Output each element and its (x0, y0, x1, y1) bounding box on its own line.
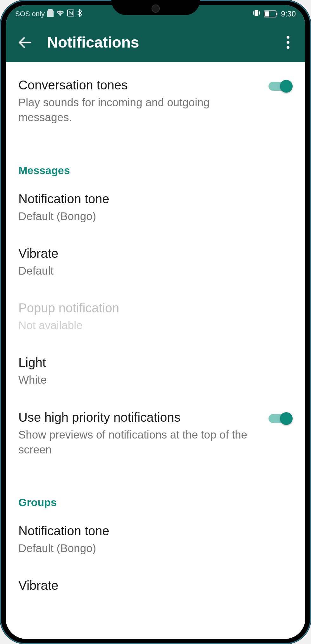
sim-icon (47, 9, 54, 19)
high-priority-item[interactable]: Use high priority notifications Show pre… (6, 398, 305, 467)
status-right: 9:30 (252, 9, 296, 19)
groups-vibrate-title: Vibrate (18, 578, 293, 593)
back-button[interactable] (15, 33, 34, 52)
conversation-tones-toggle[interactable] (269, 80, 293, 93)
back-arrow-icon (18, 36, 32, 49)
status-time: 9:30 (281, 10, 296, 18)
messages-section-header: Messages (6, 154, 305, 182)
phone-frame: SOS only (0, 0, 311, 644)
more-vert-icon (287, 36, 289, 49)
conversation-tones-title: Conversation tones (18, 78, 262, 92)
messages-vibrate-value: Default (18, 263, 293, 278)
high-priority-title: Use high priority notifications (18, 410, 262, 425)
groups-notification-tone-title: Notification tone (18, 524, 293, 538)
messages-vibrate-item[interactable]: Vibrate Default (6, 234, 305, 288)
phone-notch (111, 0, 200, 15)
page-title: Notifications (47, 34, 280, 51)
svg-rect-6 (265, 11, 269, 16)
battery-icon (264, 10, 278, 17)
vibrate-mode-icon (252, 9, 261, 19)
phone-screen: SOS only (6, 5, 305, 639)
bluetooth-icon (77, 9, 82, 19)
status-left: SOS only (15, 9, 82, 19)
messages-notification-tone-item[interactable]: Notification tone Default (Bongo) (6, 182, 305, 234)
messages-light-title: Light (18, 355, 293, 370)
wifi-icon (56, 10, 64, 18)
messages-light-item[interactable]: Light White (6, 343, 305, 397)
nfc-icon (67, 9, 75, 19)
messages-light-value: White (18, 372, 293, 387)
conversation-tones-subtitle: Play sounds for incoming and outgoing me… (18, 95, 262, 125)
messages-notification-tone-title: Notification tone (18, 192, 293, 206)
conversation-tones-item[interactable]: Conversation tones Play sounds for incom… (6, 62, 305, 135)
groups-vibrate-item[interactable]: Vibrate (6, 566, 305, 605)
settings-content[interactable]: Conversation tones Play sounds for incom… (6, 62, 305, 639)
messages-popup-item: Popup notification Not available (6, 288, 305, 343)
messages-vibrate-title: Vibrate (18, 246, 293, 261)
app-bar: Notifications (6, 23, 305, 62)
status-network-text: SOS only (15, 10, 45, 18)
messages-popup-value: Not available (18, 318, 293, 333)
groups-section-header: Groups (6, 486, 305, 514)
groups-notification-tone-value: Default (Bongo) (18, 541, 293, 556)
groups-notification-tone-item[interactable]: Notification tone Default (Bongo) (6, 514, 305, 566)
high-priority-subtitle: Show previews of notifications at the to… (18, 427, 262, 457)
messages-popup-title: Popup notification (18, 301, 293, 315)
messages-notification-tone-value: Default (Bongo) (18, 209, 293, 224)
svg-rect-1 (255, 10, 258, 16)
svg-rect-5 (276, 13, 277, 15)
high-priority-toggle[interactable] (269, 412, 293, 425)
more-options-button[interactable] (280, 35, 296, 50)
